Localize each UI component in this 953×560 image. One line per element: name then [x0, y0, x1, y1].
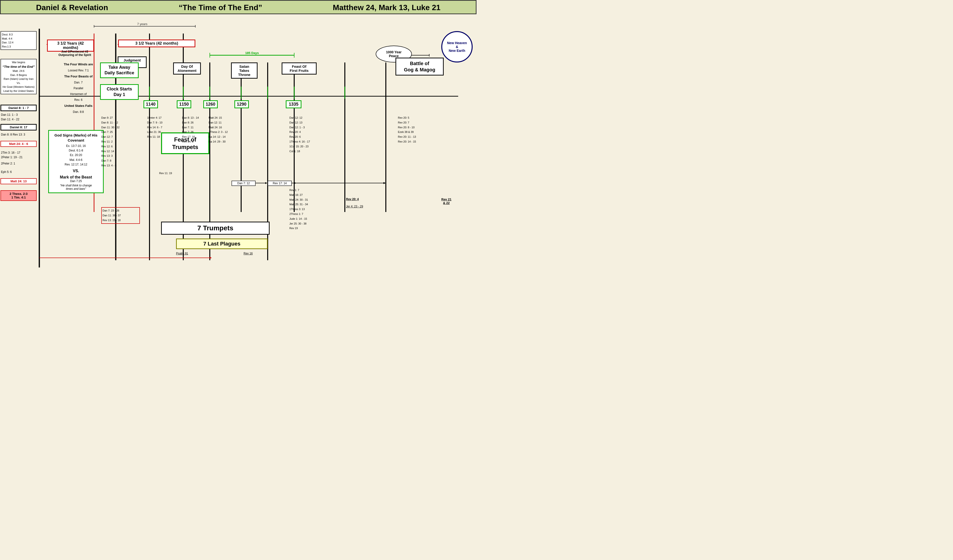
time-end-label: “The time of the End”	[2, 64, 35, 69]
four-winds-section: The Four Winds are Loosed Rev. 7:1 The F…	[52, 61, 105, 115]
ref-rev11-19: Rev 11: 19	[159, 171, 172, 176]
svg-marker-34	[383, 182, 386, 184]
ref-dan7-8: Dan 7: 8	[101, 158, 136, 163]
header-title1: Daniel & Revelation	[36, 3, 108, 12]
satan-throne-box: Satan Takes Throne	[231, 62, 258, 79]
ref-col4: Matt 24: 15 Dan 12: 11 Matt 24: 16 2Thes…	[209, 116, 247, 144]
peter2-ref: 2Peter 2: 1	[1, 161, 37, 166]
ref-col6: Rev 20: 5 Rev 20: 7 Rev 20: 8 - 10 Ezek …	[398, 116, 446, 144]
svg-marker-26	[210, 257, 212, 259]
matt-24-4-6-box: Matt 24: 4 - 6	[0, 141, 37, 147]
rev20-4-label: Rev 20: 4	[346, 197, 359, 201]
ref-rev11-2: Rev 11: 2	[101, 140, 136, 144]
svg-text:7 years: 7 years	[137, 22, 147, 26]
rev-16-label: Rev 16	[244, 252, 253, 255]
ref-rev13-3: Rev 13: 3	[101, 154, 136, 158]
new-heaven-circle: New Heaven&New Earth	[441, 31, 473, 62]
god-signs-refs: Ex. 13:7-10, 16 Deut. 6:1-8 Ez. 20:20 Ma…	[51, 144, 101, 167]
eph-ref: Eph 5: 6	[1, 170, 37, 174]
svg-marker-30	[265, 182, 267, 184]
ref-dan9: Dan 9: 27	[101, 116, 136, 120]
daniel-8-1-7-box: Daniel 8: 1 - 7	[0, 105, 37, 111]
num-1150-box: 1150	[177, 100, 191, 108]
num-1335-box: 1335	[286, 100, 301, 108]
psalm-91-label: Psalm 91	[176, 252, 188, 255]
take-away-box: Take Away Daily Sacrifice	[100, 62, 139, 78]
dan-11-refs: Dan 11: 1 - 3 Dan 11: 4 - 22	[1, 113, 37, 122]
vs-label: VS.	[51, 169, 101, 173]
ref-col5b: Rev 1: 7 Matt 16: 27 Matt 24: 30 - 31 Ma…	[289, 188, 335, 231]
god-signs-box: God Signs (Marks) of His Covenant Ex. 13…	[48, 130, 104, 193]
joel-label: Joel 2/Pentecost #2 Outpouring of the Sp…	[52, 50, 98, 57]
ref-dan8-11: Dan 8: 11 - 12	[101, 120, 136, 125]
battle-gog-box: Battle of Gog & Magog	[396, 57, 444, 76]
war-begins-box: War begins “The time of the End” Matt. 2…	[0, 59, 37, 94]
rev17-14-box: Rev 17: 14	[268, 181, 292, 186]
beast-text: “He shall think to change times and laws…	[51, 184, 101, 191]
num-1260-box: 1260	[203, 100, 218, 108]
seven-trumpets-box: 7 Trumpets	[161, 222, 270, 235]
matt-24-13-box: Matt 24: 13	[0, 178, 37, 184]
war-refs: Matt. 24:6 Dan. 8 Begins Ram (Islam) Lea…	[2, 69, 35, 93]
left-refs-text1: Deut. 8:3 Matt. 4:4 Dan. 12:4 Rev.1:3	[2, 33, 14, 48]
dan7-12-box: Dan 7: 12	[231, 181, 256, 186]
ref-rev13-4: Rev 13: 4 - 5	[101, 163, 136, 168]
num-1290-box: 1290	[234, 100, 249, 108]
ref-rev12-14: Rev 12: 14	[101, 149, 136, 154]
ref-col5: Dan 12: 12 Dan 12: 13 Dan 12: 1 - 3 Rev …	[289, 116, 335, 154]
main-content: 7 years	[0, 14, 476, 279]
thess-tim-box: 2 Thess. 2:3 1 Tim. 4:1	[0, 190, 37, 201]
ref-col1-red: Dan 7: 23 - 26 Dan 11: 36 - 37 Rev 13: 1…	[101, 207, 140, 224]
beast-title: Mark of the Beast	[51, 175, 101, 180]
header: Daniel & Revelation “The Time of The End…	[0, 0, 476, 14]
feast-first-box: Feast Of First Fruits	[282, 62, 317, 74]
left-refs-box1: Deut. 8:3 Matt. 4:4 Dan. 12:4 Rev.1:3	[0, 31, 37, 50]
ref-dan7-25: Dan 7: 25	[101, 130, 136, 135]
tim-peter-refs: 2Tim 3: 16 - 17 2Peter 1: 19 - 21	[1, 150, 37, 160]
jer4-label: Jer 4: 23 - 29	[346, 205, 363, 208]
rev21-22-label: Rev 21 & 22	[441, 197, 452, 205]
ref-col2: 1Peter 4: 17 Dan 7: 9 - 10 Rev 14: 6 - 7…	[147, 116, 182, 140]
header-title2: “The Time of The End”	[178, 3, 262, 12]
beast-ref: Dan 7:25	[51, 180, 101, 183]
ref-dan12-7: Dan 12: 7	[101, 135, 136, 140]
ref-dan11-30: Dan 11: 30 - 32	[101, 125, 136, 130]
clock-starts-box: Clock Starts Day 1	[100, 84, 139, 100]
seven-plagues-box: 7 Last Plagues	[176, 239, 268, 249]
svg-marker-32	[294, 182, 296, 184]
daniel-8-17-box: Daniel 8: 17	[0, 124, 37, 130]
god-signs-title: God Signs (Marks) of His Covenant	[51, 133, 101, 143]
ref-rev12-6: Rev 12: 6	[101, 144, 136, 149]
num-1140-box: 1140	[143, 100, 158, 108]
page-container: Daniel & Revelation “The Time of The End…	[0, 0, 476, 280]
ref-col1: Dan 9: 27 Dan 8: 11 - 12 Dan 11: 30 - 32…	[101, 116, 136, 168]
header-title3: Matthew 24, Mark 13, Luke 21	[333, 3, 440, 12]
new-heaven-text: New Heaven&New Earth	[447, 41, 467, 53]
dan8-rev13-text: Dan 8: 8 Rev 13: 3	[1, 132, 37, 137]
period2-box: 3 1/2 Years (42 months)	[118, 40, 195, 47]
day-atonement-box: Day Of Atonement	[173, 62, 201, 74]
war-begins-label: War begins	[2, 60, 35, 64]
svg-text:185 Days: 185 Days	[245, 51, 259, 55]
